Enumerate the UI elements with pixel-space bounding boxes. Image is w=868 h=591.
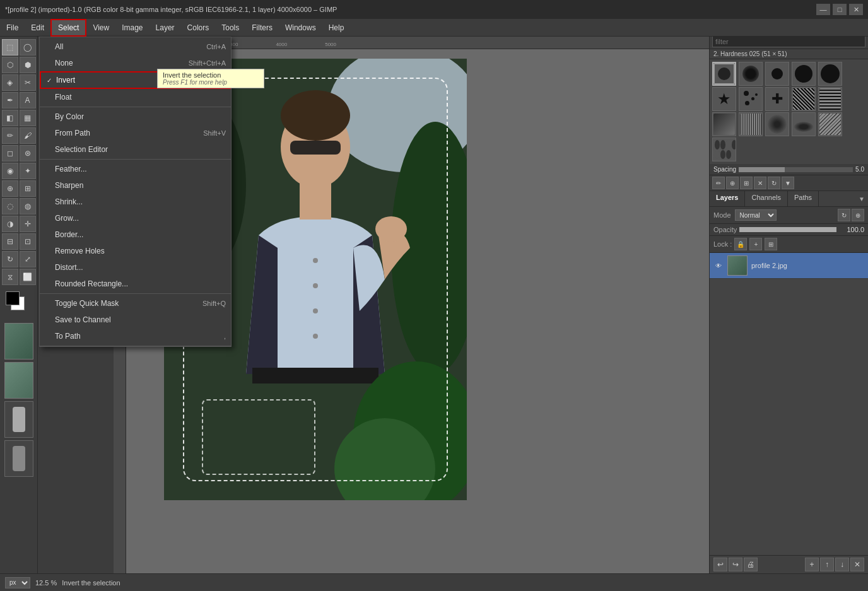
tool-fuzzy-select[interactable]: ⬢: [20, 57, 36, 73]
tool-crop[interactable]: ⊡: [20, 233, 36, 250]
menu-edit[interactable]: Edit: [25, 19, 50, 37]
tool-scale[interactable]: ⤢: [20, 251, 36, 267]
menu-layer[interactable]: Layer: [150, 19, 181, 37]
tool-perspective-clone[interactable]: ⊞: [20, 180, 36, 197]
tool-pencil[interactable]: ✏: [2, 127, 18, 144]
menu-tools[interactable]: Tools: [215, 19, 245, 37]
tool-scissors[interactable]: ✂: [20, 74, 36, 91]
layers-duplicate-btn[interactable]: ↪: [729, 558, 742, 571]
tool-gradient[interactable]: ▦: [20, 110, 36, 126]
tool-dodge[interactable]: ◑: [2, 216, 18, 232]
tool-paintbrush[interactable]: 🖌: [20, 127, 36, 144]
brush-duplicate-btn[interactable]: ⊕: [726, 177, 739, 189]
tool-blur[interactable]: ◌: [2, 198, 18, 214]
menu-item-by-color[interactable]: By Color: [40, 108, 231, 125]
menu-item-grow[interactable]: Grow...: [40, 210, 231, 226]
menu-colors[interactable]: Colors: [181, 19, 216, 37]
brush-item-4[interactable]: [792, 62, 816, 86]
layers-print-btn[interactable]: 🖨: [744, 558, 758, 571]
menu-item-selection-editor[interactable]: Selection Editor: [40, 141, 231, 158]
menu-item-remove-holes[interactable]: Remove Holes: [40, 243, 231, 259]
brush-refresh-btn[interactable]: ↻: [768, 177, 780, 189]
brush-item-ellipse[interactable]: [792, 112, 816, 136]
brush-item-dots[interactable]: [712, 138, 736, 161]
brush-item-2[interactable]: [739, 62, 763, 86]
menu-image[interactable]: Image: [115, 19, 149, 37]
menu-item-toggle-quick-mask[interactable]: Toggle Quick Mask Shift+Q: [40, 295, 231, 312]
brush-item-texture2[interactable]: [818, 87, 842, 111]
brush-edit-btn[interactable]: ✏: [712, 177, 725, 189]
menu-item-all[interactable]: All Ctrl+A: [40, 38, 231, 55]
layer-item[interactable]: 👁 profile 2.jpg: [710, 253, 868, 279]
layers-raise-btn[interactable]: ↑: [820, 558, 834, 571]
menu-item-border[interactable]: Border...: [40, 226, 231, 243]
brush-item-texture1[interactable]: [792, 87, 816, 111]
brush-settings-btn[interactable]: ▼: [782, 177, 794, 189]
image-thumbnail-1[interactable]: [4, 323, 33, 360]
image-thumbnail-3[interactable]: [4, 401, 33, 438]
tool-smudge[interactable]: ◍: [20, 198, 36, 214]
menu-help[interactable]: Help: [322, 19, 351, 37]
menu-item-from-path[interactable]: From Path Shift+V: [40, 125, 231, 141]
brush-item-charcoal[interactable]: [712, 112, 736, 136]
menu-file[interactable]: File: [0, 19, 25, 37]
tool-heal[interactable]: ✦: [20, 163, 36, 179]
layers-new-btn[interactable]: ↩: [713, 558, 727, 571]
tool-bucket-fill[interactable]: ◧: [2, 110, 18, 126]
image-thumbnail-4[interactable]: [4, 440, 33, 477]
tab-layers[interactable]: Layers: [710, 191, 745, 206]
layer-mode-btn-1[interactable]: ↻: [838, 209, 850, 221]
tab-paths[interactable]: Paths: [788, 191, 819, 206]
menu-item-save-to-channel[interactable]: Save to Channel: [40, 312, 231, 328]
close-button[interactable]: ✕: [849, 4, 863, 15]
opacity-slider[interactable]: [739, 227, 836, 232]
minimize-button[interactable]: —: [816, 4, 830, 15]
brush-add-btn[interactable]: ⊞: [740, 177, 753, 189]
brush-item-star[interactable]: ★: [712, 87, 736, 111]
tool-move[interactable]: ✛: [20, 216, 36, 232]
layers-delete-btn[interactable]: ✕: [850, 558, 864, 571]
menu-view[interactable]: View: [86, 19, 115, 37]
lock-pixels-btn[interactable]: 🔒: [734, 238, 747, 250]
brush-item-ink[interactable]: [739, 112, 763, 136]
tool-rotate[interactable]: ↻: [2, 251, 18, 267]
layers-lower-btn[interactable]: ↓: [835, 558, 849, 571]
layers-new-layer-btn[interactable]: +: [805, 558, 819, 571]
menu-item-float[interactable]: Float: [40, 89, 231, 105]
tool-shear[interactable]: ⧖: [2, 269, 18, 285]
brush-item-soft[interactable]: [765, 112, 789, 136]
brush-delete-btn[interactable]: ✕: [754, 177, 766, 189]
maximize-button[interactable]: □: [833, 4, 847, 15]
menu-filters[interactable]: Filters: [245, 19, 279, 37]
brush-item-spatter[interactable]: [739, 87, 763, 111]
brush-item-5[interactable]: [818, 62, 842, 86]
tab-channels[interactable]: Channels: [745, 191, 787, 206]
lock-alpha-btn[interactable]: +: [749, 238, 762, 250]
brush-item-hardness[interactable]: [712, 62, 736, 86]
menu-item-rounded-rectangle[interactable]: Rounded Rectangle...: [40, 276, 231, 292]
menu-item-sharpen[interactable]: Sharpen: [40, 177, 231, 194]
menu-item-feather[interactable]: Feather...: [40, 161, 231, 177]
layers-panel-settings[interactable]: ▼: [855, 191, 868, 206]
menu-windows[interactable]: Windows: [279, 19, 322, 37]
tool-clone[interactable]: ⊕: [2, 180, 18, 197]
tool-eraser[interactable]: ◻: [2, 145, 18, 161]
tool-free-select[interactable]: ⬡: [2, 57, 18, 73]
tool-by-color[interactable]: ◈: [2, 74, 18, 91]
mode-select[interactable]: Normal Dissolve Multiply Screen: [735, 209, 777, 221]
tool-perspective[interactable]: ⬜: [20, 269, 36, 285]
layer-mode-btn-2[interactable]: ⊕: [852, 209, 864, 221]
foreground-color-swatch[interactable]: [6, 291, 20, 305]
spacing-slider[interactable]: [739, 167, 853, 172]
tool-ink[interactable]: ◉: [2, 163, 18, 179]
tool-ellipse-select[interactable]: ◯: [20, 39, 36, 56]
tool-text[interactable]: A: [20, 92, 36, 108]
image-thumbnail-2[interactable]: [4, 362, 33, 399]
menu-select[interactable]: Select: [50, 19, 86, 37]
brush-item-cross[interactable]: ✚: [765, 87, 789, 111]
layer-visibility-toggle[interactable]: 👁: [713, 260, 724, 271]
menu-item-shrink[interactable]: Shrink...: [40, 194, 231, 210]
tool-rect-select[interactable]: ⬚: [2, 39, 18, 56]
unit-select[interactable]: px in cm: [5, 577, 30, 588]
menu-item-to-path[interactable]: To Path ,: [40, 328, 231, 344]
